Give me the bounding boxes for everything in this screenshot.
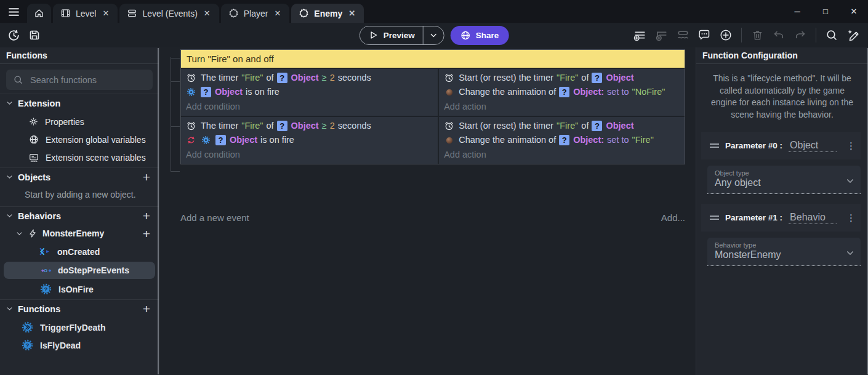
instruction-row[interactable]: Change the animation of ?Object: set to … (444, 85, 680, 99)
instruction-segment[interactable]: set to (607, 133, 629, 147)
share-button[interactable]: Share (451, 26, 509, 45)
instruction-row[interactable]: Start (or reset) the timer "Fire" of ?Ob… (444, 119, 680, 133)
instruction-row[interactable]: Change the animation of ?Object: set to … (444, 133, 680, 147)
instruction-segment[interactable]: Object (291, 119, 319, 133)
instruction-segment[interactable]: "NoFire" (632, 85, 665, 99)
object-badge[interactable]: ? (559, 87, 569, 97)
instruction-segment[interactable]: "Fire" (557, 119, 578, 133)
close-tab-icon[interactable]: ✕ (203, 8, 212, 18)
object-type-select[interactable]: Object type Any object (707, 166, 861, 194)
instruction-segment[interactable]: "Fire" (241, 119, 263, 133)
instruction-segment[interactable]: "Fire" (241, 71, 263, 85)
section-functions[interactable]: Functions + (0, 299, 159, 318)
tab-level-events[interactable]: Level (Events) ✕ (119, 4, 219, 23)
instruction-segment[interactable]: ≥ (322, 71, 327, 85)
instruction-segment[interactable]: Object (606, 71, 633, 85)
add-other-event-button[interactable] (673, 25, 693, 45)
instruction-segment[interactable]: Object (291, 71, 319, 85)
behavior-type-select[interactable]: Behavior type MonsterEnemy (707, 238, 861, 266)
maximize-button[interactable]: □ (811, 0, 840, 23)
section-objects[interactable]: Objects + (0, 167, 159, 186)
add-comment-button[interactable] (694, 25, 714, 45)
search-functions-box[interactable] (6, 70, 153, 90)
object-badge[interactable]: ? (592, 73, 602, 83)
tab-enemy[interactable]: Enemy ✕ (291, 4, 364, 23)
parameter-1-row[interactable]: Parameter #1 : Behavio ⋮ (701, 204, 861, 232)
close-tab-icon[interactable]: ✕ (273, 8, 282, 18)
instruction-segment[interactable]: ≥ (322, 119, 327, 133)
add-action-link[interactable]: Add action (444, 147, 680, 161)
instruction-segment[interactable]: 2 (330, 71, 335, 85)
parameter-name-field[interactable]: Behavio (789, 212, 837, 224)
instruction-segment[interactable]: "Fire" (632, 133, 654, 147)
object-badge[interactable]: ? (559, 135, 569, 145)
undo-button[interactable] (769, 25, 789, 45)
instruction-segment[interactable]: 2 (330, 119, 335, 133)
tab-home[interactable] (27, 4, 51, 23)
sidebar-item-extension-scene-variables[interactable]: Extension scene variables (0, 149, 159, 166)
instruction-row[interactable]: ?Object is on fire (186, 85, 433, 99)
kebab-menu-icon[interactable]: ⋮ (843, 211, 859, 225)
preview-button[interactable]: Preview (360, 26, 444, 45)
object-badge[interactable]: ? (592, 121, 602, 131)
minimize-button[interactable]: ─ (783, 0, 811, 23)
instruction-segment[interactable]: Object (215, 85, 243, 99)
instruction-row[interactable]: ?Object is on fire (186, 133, 433, 147)
sidebar-item-oncreated[interactable]: onCreated (0, 243, 159, 260)
sidebar-item-dostepprevents[interactable]: doStepPreEvents (4, 262, 155, 279)
sidebar-item-isflydead[interactable]: ? IsFlyDead (0, 337, 159, 353)
sidebar-item-isonfire[interactable]: ? IsOnFire (0, 281, 159, 297)
object-badge[interactable]: ? (201, 87, 211, 97)
add-event-button[interactable] (630, 25, 649, 45)
instruction-segment[interactable]: Object (606, 119, 633, 133)
add-new-event-link[interactable]: Add a new event (180, 212, 249, 223)
add-behavior-function-button[interactable]: + (140, 227, 153, 240)
add-condition-link[interactable]: Add condition (186, 99, 433, 113)
instruction-segment[interactable]: Object: (573, 133, 604, 147)
sidebar-item-triggerflydeath[interactable]: TriggerFlyDeath (0, 319, 159, 336)
drag-handle-icon[interactable] (710, 143, 719, 148)
close-tab-icon[interactable]: ✕ (347, 8, 356, 18)
instruction-row[interactable]: The timer "Fire" of ?Object ≥ 2 seconds (186, 119, 433, 133)
parameter-name-field[interactable]: Object (789, 140, 837, 152)
add-object-button[interactable]: + (140, 171, 153, 183)
add-condition-link[interactable]: Add condition (186, 147, 433, 161)
object-badge[interactable]: ? (277, 121, 287, 131)
tab-level[interactable]: Level ✕ (53, 4, 118, 23)
section-extension[interactable]: Extension (0, 94, 159, 112)
event-row-2[interactable]: The timer "Fire" of ?Object ≥ 2 seconds?… (181, 116, 685, 164)
main-menu-button[interactable] (0, 1, 27, 23)
edit-extension-button[interactable] (843, 25, 863, 45)
save-button[interactable] (25, 25, 44, 45)
add-function-button[interactable]: + (140, 302, 153, 315)
instruction-segment[interactable]: "Fire" (557, 71, 578, 85)
search-events-button[interactable] (822, 25, 842, 45)
sidebar-item-properties[interactable]: Properties (0, 113, 159, 130)
preview-dropdown-button[interactable] (424, 31, 444, 39)
object-badge[interactable]: ? (277, 73, 287, 83)
add-subevent-button[interactable] (651, 25, 671, 45)
add-more-link[interactable]: Add... (661, 212, 685, 223)
choose-and-add-button[interactable] (716, 25, 736, 45)
behavior-monsterenemy[interactable]: MonsterEnemy + (0, 225, 159, 242)
tab-player[interactable]: Player ✕ (221, 4, 290, 23)
close-tab-icon[interactable]: ✕ (101, 8, 110, 18)
add-behavior-button[interactable]: + (140, 209, 153, 222)
sidebar-item-extension-global-variables[interactable]: Extension global variables (0, 131, 159, 148)
instruction-row[interactable]: The timer "Fire" of ?Object ≥ 2 seconds (186, 71, 433, 85)
instruction-segment[interactable]: Object: (573, 85, 604, 99)
drag-handle-icon[interactable] (710, 216, 719, 220)
search-functions-input[interactable] (29, 75, 134, 86)
add-action-link[interactable]: Add action (444, 99, 680, 113)
object-badge[interactable]: ? (215, 135, 226, 145)
instruction-segment[interactable]: Object (230, 133, 257, 147)
section-behaviors[interactable]: Behaviors + (0, 206, 159, 225)
redo-button[interactable] (790, 25, 810, 45)
comment-event[interactable]: Turn "Fire" on and off (181, 50, 685, 68)
event-row-1[interactable]: The timer "Fire" of ?Object ≥ 2 seconds?… (181, 68, 685, 116)
instruction-row[interactable]: Start (or reset) the timer "Fire" of ?Ob… (444, 71, 680, 85)
close-button[interactable]: ✕ (840, 0, 868, 23)
parameter-0-row[interactable]: Parameter #0 : Object ⋮ (701, 132, 861, 159)
history-button[interactable] (4, 25, 23, 45)
sidebar-scrollbar[interactable] (158, 48, 159, 374)
